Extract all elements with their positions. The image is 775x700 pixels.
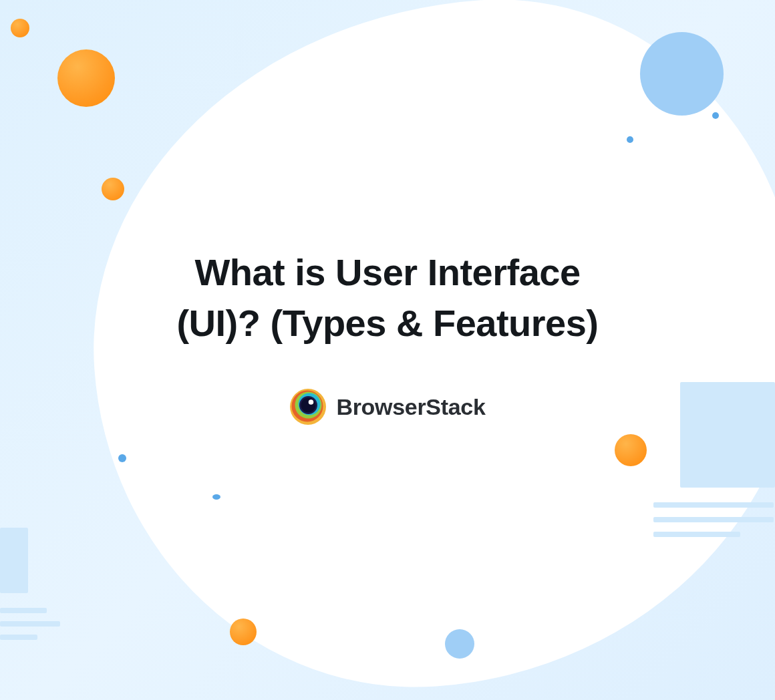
deco-line-icon: [653, 532, 740, 537]
blue-dot-large-icon: [640, 32, 724, 116]
page-title: What is User Interface (UI)? (Types & Fe…: [0, 247, 775, 348]
orange-dot-icon: [102, 178, 124, 200]
browserstack-logo-icon: [289, 388, 327, 425]
orange-dot-icon: [230, 619, 257, 645]
deco-rect-icon: [0, 528, 28, 593]
blue-dot-tiny-icon: [118, 454, 126, 462]
deco-line-icon: [653, 502, 774, 508]
blue-dot-tiny-icon: [627, 136, 633, 143]
main-content: What is User Interface (UI)? (Types & Fe…: [0, 247, 775, 425]
deco-line-icon: [0, 608, 47, 613]
blue-dot-tiny-icon: [212, 494, 220, 500]
brand-block: BrowserStack: [0, 388, 775, 425]
blue-dot-icon: [445, 629, 474, 659]
brand-name: BrowserStack: [336, 394, 485, 420]
orange-dot-small-icon: [11, 19, 29, 37]
svg-point-6: [309, 399, 314, 405]
blue-dot-tiny-icon: [712, 112, 719, 119]
deco-line-icon: [0, 635, 37, 640]
svg-point-5: [301, 398, 316, 413]
heading-line-2: (UI)? (Types & Features): [176, 302, 598, 344]
heading-line-1: What is User Interface: [194, 251, 580, 293]
deco-line-icon: [0, 621, 60, 627]
deco-line-icon: [653, 517, 774, 522]
orange-dot-icon: [615, 434, 647, 466]
orange-dot-large-icon: [57, 49, 115, 107]
